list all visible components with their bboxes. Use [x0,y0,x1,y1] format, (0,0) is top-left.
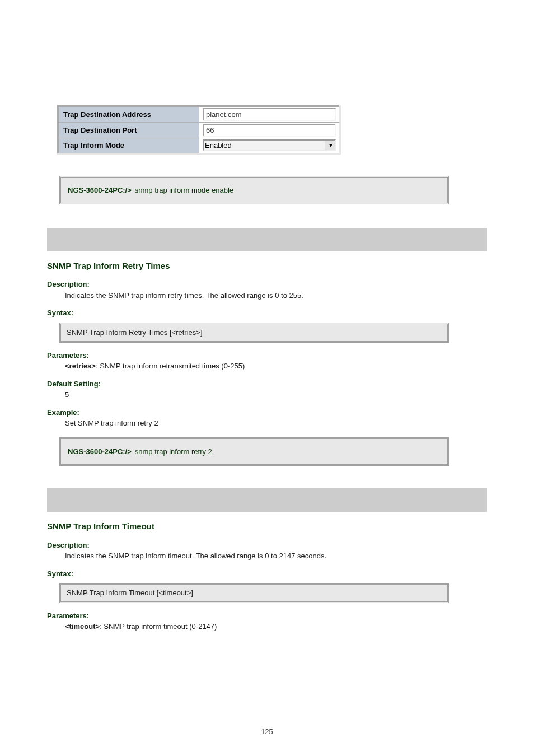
cli-command: snmp trap inform retry 2 [135,447,212,456]
parameters-text: <timeout>: SNMP trap inform timeout (0-2… [65,622,487,632]
trap-config-table: Trap Destination Address Trap Destinatio… [57,105,341,155]
page-number: 125 [0,727,534,737]
section-divider [47,488,487,512]
cmd-example-box: NGS-3600-24PC:/>snmp trap inform retry 2 [59,437,449,466]
trap-inform-mode-select[interactable]: Enabled [203,139,336,151]
parameters-label: Parameters: [47,611,487,621]
table-row: Trap Inform Mode Enabled ▼ [58,138,340,154]
example-label: Example: [47,408,487,418]
table-row: Trap Destination Port [58,123,340,138]
description-label: Description: [47,279,487,290]
table-row: Trap Destination Address [58,106,340,123]
default-label: Default Setting: [47,379,487,389]
description-text: Indicates the SNMP trap inform timeout. … [65,551,434,561]
description-text: Indicates the SNMP trap inform retry tim… [65,291,434,301]
syntax-box: SNMP Trap Inform Timeout [<timeout>] [59,583,449,603]
syntax-label: Syntax: [47,569,487,579]
syntax-text: SNMP Trap Inform Retry Times [<retries>] [67,328,203,337]
label-trap-dest-addr: Trap Destination Address [58,106,199,123]
cli-prompt: NGS-3600-24PC:/> [68,447,135,456]
syntax-label: Syntax: [47,308,487,318]
trap-dest-address-input[interactable] [203,108,336,121]
parameters-label: Parameters: [47,351,487,361]
trap-dest-port-input[interactable] [203,124,336,137]
section-divider [47,228,487,251]
syntax-text: SNMP Trap Inform Timeout [<timeout>] [67,589,193,597]
cli-prompt: NGS-3600-24PC:/> [68,186,135,194]
label-trap-dest-port: Trap Destination Port [58,123,199,138]
parameters-text: <retries>: SNMP trap inform retransmited… [65,361,487,371]
cli-command: snmp trap inform mode enable [135,186,233,194]
syntax-box: SNMP Trap Inform Retry Times [<retries>] [59,323,449,343]
section-title-timeout: SNMP Trap Inform Timeout [47,521,487,532]
section-title-retry: SNMP Trap Inform Retry Times [47,260,487,272]
cmd-example-box: NGS-3600-24PC:/>snmp trap inform mode en… [59,176,449,205]
label-trap-inform-mode: Trap Inform Mode [58,138,199,154]
description-label: Description: [47,540,487,550]
default-value: 5 [65,390,487,400]
example-text: Set SNMP trap inform retry 2 [65,418,487,428]
